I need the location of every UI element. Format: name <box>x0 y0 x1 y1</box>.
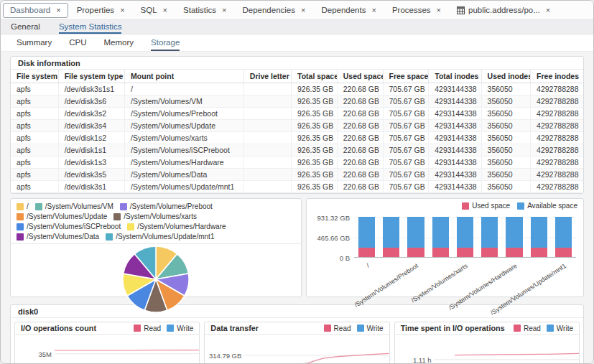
table-cell: 4292788288 <box>531 95 583 108</box>
tab-storage[interactable]: Storage <box>151 34 180 51</box>
disk-information-title: Disk information <box>11 57 583 70</box>
used-space-segment <box>531 248 547 257</box>
used-space-segment <box>481 248 498 257</box>
legend-label: /System/Volumes/Hardware <box>137 222 226 231</box>
legend-label: Write <box>557 325 573 332</box>
table-cell: 926.35 GB <box>292 157 338 169</box>
table-cell: apfs <box>11 157 58 169</box>
close-icon[interactable]: × <box>120 6 124 14</box>
legend-item: Read <box>514 325 541 332</box>
legend-label: Read <box>144 325 161 332</box>
close-icon[interactable]: × <box>56 6 60 14</box>
table-cell: 220.68 GB <box>337 83 383 95</box>
legend-item: / <box>17 202 29 211</box>
disk-information-table: File systemFile system typeMount pointDr… <box>11 70 583 193</box>
tab-label: Processes <box>392 6 431 14</box>
legend-label: Write <box>367 325 384 332</box>
tab-system-statistics[interactable]: System Statistics <box>59 20 122 34</box>
tab-label: SQL <box>141 6 157 14</box>
y-axis-tick-label: 931.32 GB <box>314 214 354 222</box>
io-time-panel: Time spent in I/O operationsReadWrite1.1… <box>394 322 580 364</box>
storage-content: Disk information File systemFile system … <box>1 52 593 364</box>
tab-sql[interactable]: SQL× <box>134 3 175 18</box>
table-cell: 4292788288 <box>531 120 583 132</box>
table-cell: 926.35 GB <box>292 120 338 132</box>
y-axis-tick-label: 35M <box>39 350 52 358</box>
close-icon[interactable]: × <box>437 6 441 14</box>
document-tabbar: Dashboard×Properties×SQL×Statistics×Depe… <box>1 1 593 20</box>
available-space-segment <box>432 217 449 247</box>
tab-dependencies[interactable]: Dependencies× <box>235 3 312 18</box>
tab-properties[interactable]: Properties× <box>70 3 132 18</box>
table-cell: 705.67 GB <box>383 169 429 181</box>
close-icon[interactable]: × <box>371 6 376 14</box>
table-row[interactable]: apfs/dev/disk1s2/System/Volumes/xarts926… <box>11 132 583 144</box>
close-icon[interactable]: × <box>163 6 167 14</box>
table-cell <box>243 157 291 169</box>
close-icon[interactable]: × <box>301 6 305 14</box>
legend-item: /System/Volumes/Data <box>17 232 99 241</box>
close-icon[interactable]: × <box>222 6 226 14</box>
column-header: File system type <box>58 70 124 83</box>
table-cell: /dev/disk1s3 <box>58 157 124 169</box>
table-cell: 220.68 GB <box>337 181 383 193</box>
io-time-header: Time spent in I/O operationsReadWrite <box>395 322 579 335</box>
table-cell: 926.35 GB <box>292 181 338 193</box>
legend-label: /System/Volumes/xarts <box>124 212 197 221</box>
available-space-segment <box>457 217 473 247</box>
table-row[interactable]: apfs/dev/disk3s4/System/Volumes/Update92… <box>11 120 583 132</box>
tab-label: Dashboard <box>10 6 50 14</box>
tab-memory[interactable]: Memory <box>103 34 134 51</box>
table-row[interactable]: apfs/dev/disk1s3/System/Volumes/Hardware… <box>11 157 583 169</box>
used-space-segment <box>506 248 522 257</box>
table-cell: /System/Volumes/Update <box>125 120 244 132</box>
table-cell: 356050 <box>481 132 531 144</box>
table-cell: 4292788288 <box>531 169 583 181</box>
tab-label: Dependents <box>321 6 366 14</box>
table-cell: 705.67 GB <box>383 181 429 193</box>
table-cell: 926.35 GB <box>292 95 338 108</box>
chart-title: I/O operations count <box>21 324 96 332</box>
tab-processes[interactable]: Processes× <box>385 3 448 18</box>
legend-swatch <box>106 233 113 241</box>
table-cell: /System/Volumes/Update/mnt1 <box>125 181 244 193</box>
tab-dashboard[interactable]: Dashboard× <box>3 3 68 18</box>
column-header: Drive letter <box>243 70 291 83</box>
column-header: Used inodes <box>481 70 531 83</box>
bar-plot: 931.32 GB465.66 GB0 B <box>354 218 576 258</box>
system-statistics-nav: SummaryCPUMemoryStorage <box>1 34 593 52</box>
legend-swatch <box>17 213 24 220</box>
tab-label: public.address/po... <box>468 6 540 14</box>
legend-swatch <box>113 213 121 220</box>
table-cell: 220.68 GB <box>337 144 383 157</box>
io-ops-count-header: I/O operations countReadWrite <box>15 322 199 335</box>
table-cell: 705.67 GB <box>383 120 429 132</box>
legend-item: /System/Volumes/Preboot <box>120 202 213 211</box>
tab-statistics[interactable]: Statistics× <box>176 3 233 18</box>
tab-dependents[interactable]: Dependents× <box>314 3 383 18</box>
legend-item: /System/Volumes/Update/mnt1 <box>106 232 214 241</box>
table-cell: 4293144338 <box>429 108 481 120</box>
table-row[interactable]: apfs/dev/disk3s1s1/926.35 GB220.68 GB705… <box>11 83 583 95</box>
table-row[interactable]: apfs/dev/disk3s2/System/Volumes/Preboot9… <box>11 108 583 120</box>
available-space-segment <box>531 217 547 247</box>
table-row[interactable]: apfs/dev/disk3s5/System/Volumes/Data926.… <box>11 169 583 181</box>
legend-swatch <box>462 202 469 210</box>
table-row[interactable]: apfs/dev/disk1s1/System/Volumes/iSCPrebo… <box>11 144 583 157</box>
close-icon[interactable]: × <box>546 6 550 14</box>
tab-public-address-po-[interactable]: public.address/po...× <box>450 3 557 18</box>
table-cell: 220.68 GB <box>337 169 383 181</box>
stacked-bar <box>531 217 547 257</box>
tab-summary[interactable]: Summary <box>17 34 52 51</box>
legend-swatch <box>17 233 24 241</box>
table-row[interactable]: apfs/dev/disk3s6/System/Volumes/VM926.35… <box>11 95 583 108</box>
tab-general[interactable]: General <box>11 20 40 34</box>
pie-chart-area <box>11 244 301 314</box>
used-space-segment <box>555 248 572 257</box>
table-row[interactable]: apfs/dev/disk3s1/System/Volumes/Update/m… <box>11 181 583 193</box>
table-cell <box>243 132 291 144</box>
space-bar-panel: Used spaceAvailable space 931.32 GB465.6… <box>306 198 584 297</box>
legend-swatch <box>547 325 554 332</box>
tab-cpu[interactable]: CPU <box>69 34 86 51</box>
stacked-bar <box>457 217 473 257</box>
